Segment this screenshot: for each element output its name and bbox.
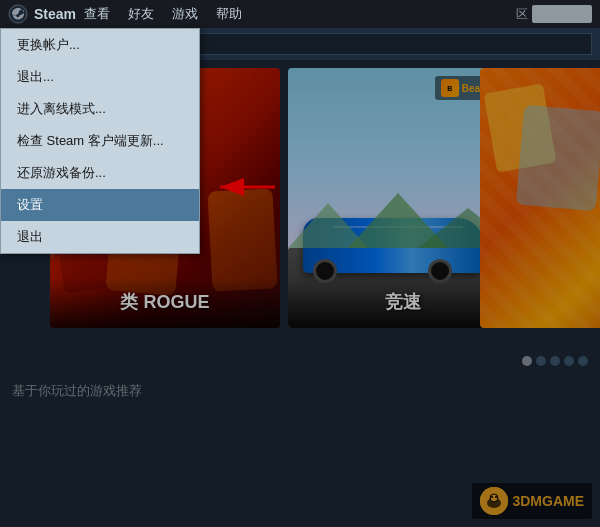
- dropdown-restore-backup[interactable]: 还原游戏备份...: [1, 157, 199, 189]
- svg-point-7: [491, 496, 493, 498]
- titlebar: Steam 查看 好友 游戏 帮助 区: [0, 0, 600, 28]
- dot-3[interactable]: [550, 356, 560, 366]
- dropdown-quit[interactable]: 退出: [1, 221, 199, 253]
- menu-view[interactable]: 查看: [76, 3, 118, 25]
- steam-logo-icon: [8, 4, 28, 24]
- menu-help[interactable]: 帮助: [208, 3, 250, 25]
- dot-4[interactable]: [564, 356, 574, 366]
- char-shape-3: [207, 188, 277, 291]
- watermark: 3DMGAME: [472, 483, 592, 519]
- recommendation-label: 基于你玩过的游戏推荐: [12, 383, 142, 398]
- watermark-icon: [480, 487, 508, 515]
- dropdown-menu: 更换帐户... 退出... 进入离线模式... 检查 Steam 客户端更新..…: [0, 28, 200, 254]
- rogue-card-label: 类 ROGUE: [50, 278, 280, 328]
- svg-point-0: [9, 5, 27, 23]
- dropdown-settings[interactable]: 设置: [1, 189, 199, 221]
- game-card-partial: [480, 68, 600, 328]
- bottom-section: 基于你玩过的游戏推荐: [0, 374, 600, 408]
- app-name[interactable]: Steam: [34, 6, 76, 22]
- account-avatar: [532, 5, 592, 23]
- dropdown-change-account[interactable]: 更换帐户...: [1, 29, 199, 61]
- dot-2[interactable]: [536, 356, 546, 366]
- titlebar-menu: 查看 好友 游戏 帮助: [76, 3, 250, 25]
- account-area: 区: [516, 0, 592, 28]
- menu-games[interactable]: 游戏: [164, 3, 206, 25]
- dropdown-check-updates[interactable]: 检查 Steam 客户端更新...: [1, 125, 199, 157]
- svg-point-8: [495, 496, 497, 498]
- dot-5[interactable]: [578, 356, 588, 366]
- dropdown-offline-mode[interactable]: 进入离线模式...: [1, 93, 199, 125]
- dot-1[interactable]: [522, 356, 532, 366]
- dots-indicator: [0, 348, 600, 374]
- arrow-indicator: [210, 172, 270, 202]
- region-label: 区: [516, 6, 528, 23]
- menu-friends[interactable]: 好友: [120, 3, 162, 25]
- watermark-text: 3DMGAME: [512, 493, 584, 509]
- svg-point-6: [490, 494, 498, 502]
- dropdown-signout[interactable]: 退出...: [1, 61, 199, 93]
